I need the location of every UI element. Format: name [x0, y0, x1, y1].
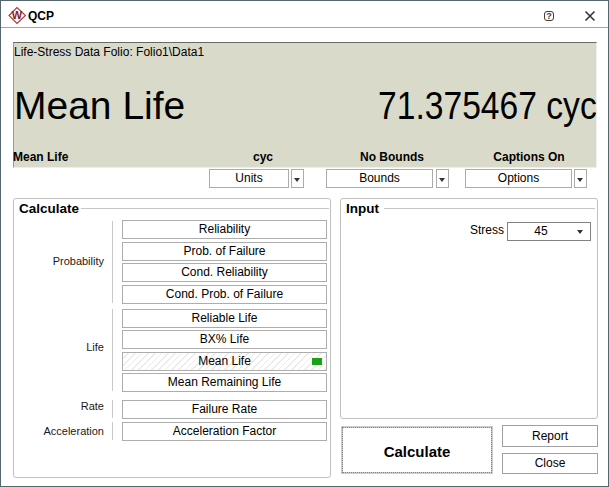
- svg-text:W: W: [12, 9, 23, 21]
